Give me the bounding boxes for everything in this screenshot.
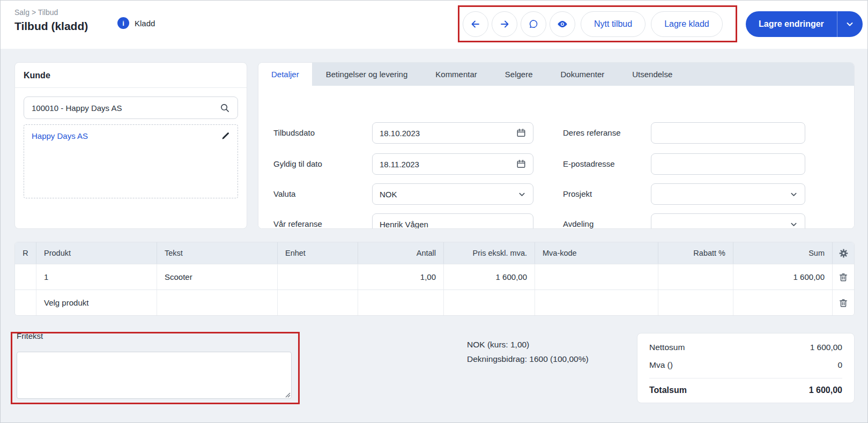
- chevron-down-icon: [845, 20, 854, 28]
- arrow-left-icon: [470, 19, 481, 29]
- tab-detaljer[interactable]: Detaljer: [258, 63, 312, 86]
- col-header-mva-kode: Mva-kode: [535, 242, 658, 264]
- cell-mva-kode[interactable]: [535, 290, 658, 315]
- breadcrumb[interactable]: Salg > Tilbud: [14, 8, 58, 17]
- valid-until-label: Gyldig til dato: [273, 153, 322, 175]
- draft-status-chip: i Kladd: [117, 17, 155, 29]
- comment-bubble-icon: [528, 19, 539, 29]
- delete-row-button[interactable]: [839, 272, 848, 282]
- our-reference-label: Vår referanse: [273, 213, 322, 229]
- cell-produkt-picker[interactable]: Velg produkt: [36, 290, 157, 315]
- currency-value: NOK: [380, 190, 397, 199]
- offer-date-label: Tilbudsdato: [273, 122, 315, 144]
- cell-tekst[interactable]: [157, 290, 278, 315]
- customer-panel-body: 100010 - Happy Days AS Happy Days AS: [15, 88, 247, 207]
- offer-lines-table: R Produkt Tekst Enhet Antall Pris ekskl.…: [14, 242, 855, 316]
- tab-selgere[interactable]: Selgere: [491, 63, 547, 86]
- email-input[interactable]: [651, 153, 805, 175]
- currency-select[interactable]: NOK: [372, 183, 533, 205]
- tab-kommentar[interactable]: Kommentar: [421, 63, 491, 86]
- net-sum-value: 1 600,00: [810, 343, 842, 352]
- their-reference-input[interactable]: [651, 122, 805, 144]
- save-changes-menu-button[interactable]: [837, 11, 863, 37]
- forward-button[interactable]: [492, 11, 517, 37]
- cell-enhet[interactable]: [278, 290, 358, 315]
- department-label: Avdeling: [563, 213, 593, 229]
- customer-panel-title: Kunde: [15, 63, 247, 88]
- project-label: Prosjekt: [563, 183, 592, 205]
- table-row: 1 Scooter 1,00 1 600,00 1 600,00: [15, 264, 854, 290]
- trash-icon: [839, 298, 848, 308]
- customer-search-input[interactable]: 100010 - Happy Days AS: [24, 97, 238, 119]
- cell-mva-kode[interactable]: [535, 264, 658, 290]
- email-label: E-postadresse: [563, 153, 615, 175]
- valid-until-input[interactable]: 18.11.2023: [372, 153, 533, 175]
- col-header-sum: Sum: [733, 242, 833, 264]
- tab-dokumenter[interactable]: Dokumenter: [547, 63, 619, 86]
- cell-enhet[interactable]: [278, 264, 358, 290]
- tab-utsendelse[interactable]: Utsendelse: [618, 63, 686, 86]
- cell-rabatt[interactable]: [658, 290, 733, 315]
- draft-status-label: Kladd: [135, 19, 155, 28]
- our-reference-value: Henrik Vågen: [380, 220, 428, 229]
- table-row: Velg produkt: [15, 290, 854, 315]
- net-sum-label: Nettosum: [649, 343, 685, 352]
- free-text-label: Fritekst: [17, 331, 43, 340]
- trash-icon: [839, 272, 848, 282]
- calendar-icon[interactable]: [516, 128, 526, 138]
- department-select[interactable]: [651, 213, 805, 229]
- cell-rabatt[interactable]: [658, 264, 733, 290]
- save-changes-button[interactable]: Lagre endringer: [746, 11, 837, 37]
- search-icon[interactable]: [220, 103, 230, 113]
- cell-sum[interactable]: 1 600,00: [733, 264, 833, 290]
- totals-panel: Nettosum 1 600,00 Mva () 0 Totalsum 1 60…: [637, 333, 855, 403]
- cell-antall[interactable]: 1,00: [358, 264, 444, 290]
- cell-sum[interactable]: [733, 290, 833, 315]
- delete-row-button[interactable]: [839, 298, 848, 308]
- cell-produkt[interactable]: 1: [36, 264, 157, 290]
- edit-customer-button[interactable]: [221, 131, 230, 140]
- tab-betingelser-og-levering[interactable]: Betingelser og levering: [312, 63, 422, 86]
- page-header: Salg > Tilbud Tilbud (kladd) i Kladd: [1, 1, 867, 49]
- total-sum-row: Totalsum 1 600,00: [649, 385, 842, 395]
- cell-tekst[interactable]: Scooter: [157, 264, 278, 290]
- our-reference-input[interactable]: Henrik Vågen: [372, 213, 533, 229]
- details-form: Tilbudsdato 18.10.2023 Gyldig til dato 1…: [258, 86, 854, 229]
- preview-button[interactable]: [550, 11, 575, 37]
- total-sum-value: 1 600,00: [809, 385, 842, 395]
- comment-button[interactable]: [521, 11, 546, 37]
- calendar-icon[interactable]: [516, 159, 526, 169]
- info-icon[interactable]: i: [117, 17, 129, 29]
- total-sum-label: Totalsum: [649, 385, 687, 395]
- customer-search-value: 100010 - Happy Days AS: [32, 103, 122, 113]
- save-draft-button[interactable]: Lagre kladd: [651, 11, 723, 37]
- totals-divider: [649, 378, 842, 379]
- customer-panel: Kunde 100010 - Happy Days AS Happy Days …: [14, 62, 247, 229]
- col-header-enhet: Enhet: [278, 242, 358, 264]
- eye-icon: [557, 18, 568, 30]
- offer-draft-page: Salg > Tilbud Tilbud (kladd) i Kladd: [0, 0, 868, 423]
- net-sum-row: Nettosum 1 600,00: [649, 343, 842, 352]
- col-header-produkt: Produkt: [36, 242, 157, 264]
- offer-date-value: 18.10.2023: [380, 129, 420, 138]
- col-header-r: R: [15, 242, 36, 264]
- offer-date-input[interactable]: 18.10.2023: [372, 122, 533, 144]
- cell-r[interactable]: [15, 290, 36, 315]
- cell-pris[interactable]: 1 600,00: [444, 264, 535, 290]
- cell-antall[interactable]: [358, 290, 444, 315]
- cell-r[interactable]: [15, 264, 36, 290]
- valid-until-value: 18.11.2023: [380, 160, 419, 169]
- customer-link[interactable]: Happy Days AS: [32, 131, 88, 140]
- table-settings-button[interactable]: [839, 248, 849, 258]
- vat-value: 0: [837, 360, 842, 370]
- cell-pris[interactable]: [444, 290, 535, 315]
- free-text-input[interactable]: [17, 352, 292, 399]
- project-select[interactable]: [651, 183, 805, 205]
- back-button[interactable]: [463, 11, 488, 37]
- gear-icon: [839, 248, 849, 258]
- currency-label: Valuta: [273, 183, 295, 205]
- col-header-pris: Pris ekskl. mva.: [444, 242, 535, 264]
- currency-info: NOK (kurs: 1,00) Dekningsbidrag: 1600 (1…: [467, 337, 589, 366]
- chevron-down-icon: [518, 190, 526, 198]
- new-offer-button[interactable]: Nytt tilbud: [581, 11, 646, 37]
